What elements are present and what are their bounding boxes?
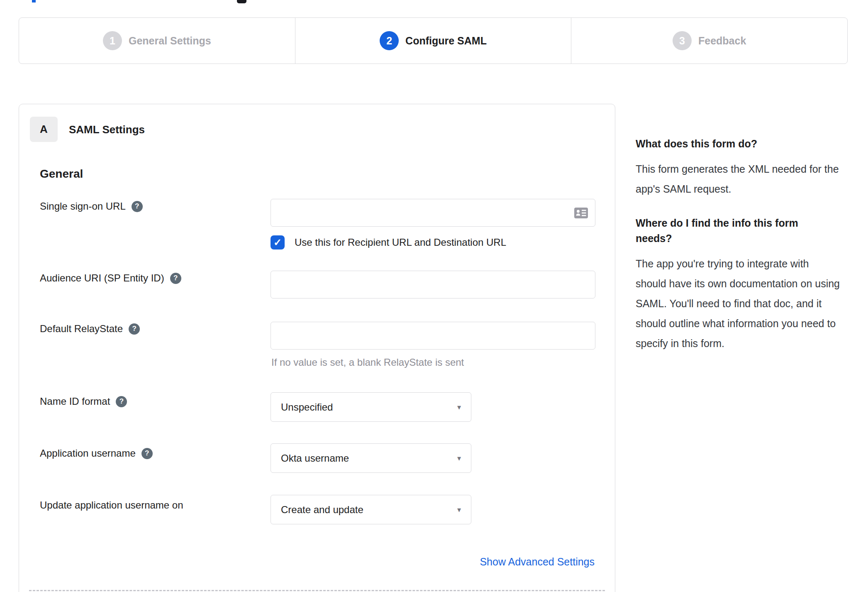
update-app-username-value: Create and update	[281, 504, 363, 516]
step-1-label: General Settings	[129, 35, 211, 47]
clipped-blue-element	[32, 0, 36, 2]
audience-uri-label: Audience URI (SP Entity ID) ?	[40, 272, 181, 284]
help-heading: Where do I find the info this form needs…	[636, 215, 827, 246]
panel-title: SAML Settings	[69, 123, 145, 136]
application-username-select[interactable]: Okta username ▾	[271, 443, 471, 473]
chevron-down-icon: ▾	[457, 505, 461, 514]
clipped-dark-icon	[237, 0, 246, 3]
contact-card-icon	[574, 208, 588, 220]
step-2-label: Configure SAML	[405, 35, 487, 47]
general-section-heading: General	[40, 167, 83, 181]
section-a-badge: A	[30, 117, 58, 142]
recipient-url-checkbox[interactable]: ✓	[271, 235, 285, 250]
application-username-label: Application username ?	[40, 448, 153, 459]
application-username-value: Okta username	[281, 453, 349, 464]
recipient-url-checkbox-label: Use this for Recipient URL and Destinati…	[295, 237, 506, 248]
step-1-number-badge: 1	[103, 31, 122, 50]
update-app-username-select[interactable]: Create and update ▾	[271, 495, 471, 524]
chevron-down-icon: ▾	[457, 454, 461, 463]
sso-url-input[interactable]	[271, 199, 595, 227]
relay-state-hint: If no value is set, a blank RelayState i…	[271, 357, 464, 368]
relay-state-help-icon[interactable]: ?	[129, 323, 140, 335]
name-id-format-label: Name ID format ?	[40, 396, 127, 407]
show-advanced-settings-link[interactable]: Show Advanced Settings	[480, 556, 595, 568]
application-username-help-icon[interactable]: ?	[141, 448, 153, 459]
step-3-number-badge: 3	[673, 31, 692, 50]
relay-state-input[interactable]	[271, 322, 595, 350]
step-feedback[interactable]: 3 Feedback	[571, 18, 847, 64]
audience-uri-help-icon[interactable]: ?	[170, 273, 181, 284]
sso-url-input-wrap	[271, 199, 595, 227]
update-app-username-label: Update application username on	[40, 499, 183, 511]
dashed-section-divider	[29, 590, 605, 591]
help-heading: What does this form do?	[636, 136, 827, 152]
name-id-format-value: Unspecified	[281, 401, 333, 413]
wizard-stepper: 1 General Settings 2 Configure SAML 3 Fe…	[19, 17, 848, 64]
step-configure-saml[interactable]: 2 Configure SAML	[295, 18, 571, 64]
chevron-down-icon: ▾	[457, 403, 461, 412]
step-2-number-badge: 2	[380, 31, 399, 50]
saml-settings-panel: A SAML Settings General Single sign-on U…	[19, 104, 615, 592]
recipient-url-checkbox-row: ✓ Use this for Recipient URL and Destina…	[271, 235, 506, 250]
sso-url-label: Single sign-on URL ?	[40, 201, 143, 212]
help-body: This form generates the XML needed for t…	[636, 159, 840, 199]
audience-uri-input[interactable]	[271, 271, 595, 298]
help-block-what: What does this form do? This form genera…	[636, 136, 840, 199]
help-sidebar: What does this form do? This form genera…	[636, 136, 840, 353]
step-general-settings[interactable]: 1 General Settings	[19, 18, 295, 64]
relay-state-label: Default RelayState ?	[40, 323, 140, 335]
help-body: The app you're trying to integrate with …	[636, 254, 840, 353]
name-id-format-select[interactable]: Unspecified ▾	[271, 392, 471, 422]
saml-wizard-page: 1 General Settings 2 Configure SAML 3 Fe…	[0, 0, 868, 592]
help-block-where: Where do I find the info this form needs…	[636, 215, 840, 353]
step-3-label: Feedback	[698, 35, 746, 47]
sso-url-help-icon[interactable]: ?	[132, 201, 143, 212]
name-id-format-help-icon[interactable]: ?	[116, 396, 127, 407]
